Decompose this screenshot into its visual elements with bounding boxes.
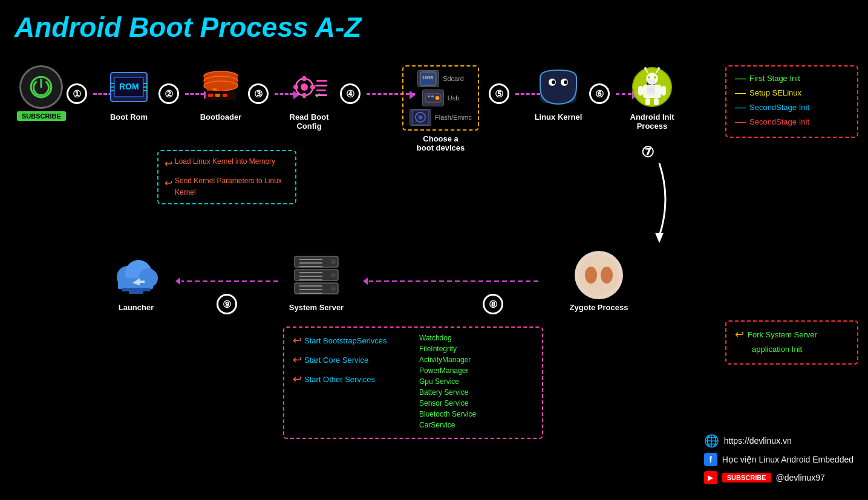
bootloader-step: Bootloader bbox=[194, 65, 248, 122]
svg-rect-29 bbox=[316, 80, 327, 82]
svg-point-62 bbox=[654, 76, 656, 79]
svc-bootstrap: ↩ Start BootstrapSerivces bbox=[293, 334, 407, 347]
boot-devices-label: Choose aboot devices bbox=[417, 134, 465, 152]
globe-icon: 🌐 bbox=[704, 433, 719, 448]
svc-arrow-2: ↩ bbox=[293, 353, 302, 366]
usb-icon bbox=[422, 89, 444, 106]
svg-point-42 bbox=[436, 96, 439, 100]
init-stage-3: — SecondStage Init bbox=[735, 102, 849, 112]
step-num-3: ③ bbox=[248, 83, 269, 104]
svg-rect-26 bbox=[302, 93, 306, 98]
flash-icon bbox=[410, 109, 431, 126]
init-stage-1: — First Stage Init bbox=[735, 73, 849, 83]
init-stages-box: — First Stage Init — Setup SELinux — Sec… bbox=[725, 65, 858, 138]
fork-box: ↩ Fork System Server application Init bbox=[725, 320, 858, 365]
dot-yellow-1: — bbox=[735, 87, 746, 98]
arrow-sys-to-launcher bbox=[175, 275, 278, 290]
services-right: Watchdog FileIntegrity ActivityManager P… bbox=[419, 334, 534, 432]
website-url: https://devlinux.vn bbox=[724, 436, 792, 446]
init-stage-4: — SecondStage Init bbox=[735, 116, 849, 127]
zygote-icon bbox=[575, 251, 623, 299]
page-title: Android Boot Process A-Z bbox=[15, 11, 853, 44]
svg-rect-25 bbox=[302, 76, 306, 81]
step-num-6: ⑥ bbox=[589, 83, 610, 104]
system-server-icon bbox=[289, 251, 344, 299]
svg-rect-37 bbox=[425, 80, 427, 84]
svc-powermanager: PowerManager bbox=[419, 366, 534, 375]
svc-bluetooth: Bluetooth Service bbox=[419, 410, 534, 418]
svg-rect-38 bbox=[428, 80, 430, 84]
svg-text:⑦: ⑦ bbox=[641, 144, 654, 160]
svg-rect-57 bbox=[638, 86, 643, 96]
svc-activitymanager: ActivityManager bbox=[419, 356, 534, 364]
svc-other: ↩ Start Other Services bbox=[293, 372, 407, 386]
svg-rect-41 bbox=[431, 96, 434, 97]
sdcard-item: 16GB Sdcard bbox=[417, 70, 464, 87]
step-8-circle: ⑧ bbox=[483, 294, 503, 314]
dot-red-1: — bbox=[735, 116, 746, 127]
svg-text:16GB: 16GB bbox=[422, 76, 433, 80]
facebook-line: f Học viện Linux Android Embedded bbox=[704, 453, 853, 466]
bootloader-item2: ↩ Send Kernel Parameters to Linux Kernel bbox=[165, 175, 289, 198]
subscribe-badge: SUBSCRIBE bbox=[722, 473, 771, 482]
boot-config-label: Read BootConfig bbox=[290, 112, 329, 131]
arrow-zyg-to-sys bbox=[363, 275, 538, 290]
step-num-7-wrap: ⑦ bbox=[629, 139, 690, 256]
youtube-handle: @devlinux97 bbox=[776, 473, 825, 482]
svg-point-96 bbox=[601, 267, 613, 284]
dot-green-1: — bbox=[735, 73, 746, 83]
svc-fileintegrity: FileIntegrity bbox=[419, 345, 534, 353]
launcher-icon bbox=[109, 251, 163, 299]
svg-point-95 bbox=[585, 267, 597, 284]
flash-item: Flash/Emmc bbox=[410, 109, 472, 126]
svg-rect-21 bbox=[215, 94, 220, 97]
bootloader-icon bbox=[199, 65, 243, 109]
svg-point-88 bbox=[331, 286, 336, 291]
power-icon bbox=[19, 65, 63, 109]
init-stage-2: — Setup SELinux bbox=[735, 87, 849, 98]
svg-rect-40 bbox=[428, 96, 430, 97]
svg-rect-59 bbox=[645, 98, 650, 105]
svg-rect-60 bbox=[654, 98, 659, 105]
linux-kernel-icon bbox=[534, 65, 582, 109]
boot-devices-box: 16GB Sdcard bbox=[402, 65, 479, 131]
page: Android Boot Process A-Z SUBSCRIBE ① ROM bbox=[0, 0, 868, 500]
svg-rect-73 bbox=[122, 288, 151, 291]
zygote-label: Zygote Process bbox=[570, 303, 628, 312]
power-label: SUBSCRIBE bbox=[17, 111, 66, 121]
svc-battery: Battery Service bbox=[419, 388, 534, 397]
launcher-step: Launcher bbox=[103, 251, 169, 312]
boot-devices-block: 16GB Sdcard bbox=[402, 65, 479, 152]
svc-car: CarService bbox=[419, 421, 534, 429]
svg-rect-58 bbox=[661, 86, 666, 96]
svc-gpu: Gpu Service bbox=[419, 377, 534, 386]
init-stage-4-label: SecondStage Init bbox=[749, 117, 809, 126]
fork-item-1: ↩ Fork System Server bbox=[735, 328, 849, 341]
svg-rect-18 bbox=[219, 88, 223, 91]
sdcard-icon: 16GB bbox=[417, 70, 439, 87]
dot-cyan-1: — bbox=[735, 102, 746, 112]
svg-point-61 bbox=[648, 76, 650, 79]
svg-rect-28 bbox=[310, 85, 315, 89]
facebook-label: Học viện Linux Android Embedded bbox=[722, 455, 853, 464]
boot-rom-label: Boot Rom bbox=[110, 112, 148, 122]
system-server-label: System Server bbox=[289, 303, 344, 312]
svg-point-51 bbox=[552, 80, 555, 84]
svg-point-64 bbox=[644, 67, 647, 70]
services-left: ↩ Start BootstrapSerivces ↩ Start Core S… bbox=[293, 334, 407, 432]
svg-point-52 bbox=[564, 80, 567, 84]
svg-point-46 bbox=[420, 117, 422, 119]
android-init-label: Android InitProcess bbox=[630, 112, 674, 131]
svg-text:✓: ✓ bbox=[315, 91, 321, 100]
svg-rect-30 bbox=[315, 85, 327, 86]
flash-label: Flash/Emmc bbox=[435, 114, 472, 121]
android-init-step: 📱 Android InitProcess bbox=[622, 65, 682, 131]
boot-config-step: ✓ Read BootConfig bbox=[282, 65, 336, 131]
boot-rom-step: ROM Boot Rom bbox=[102, 65, 156, 122]
step-num-1: ① bbox=[67, 83, 87, 104]
svg-point-66 bbox=[658, 67, 660, 70]
svc-watchdog: Watchdog bbox=[419, 334, 534, 342]
svg-rect-17 bbox=[213, 88, 217, 91]
fork-item-2: application Init bbox=[735, 345, 849, 354]
svg-marker-76 bbox=[175, 278, 180, 285]
